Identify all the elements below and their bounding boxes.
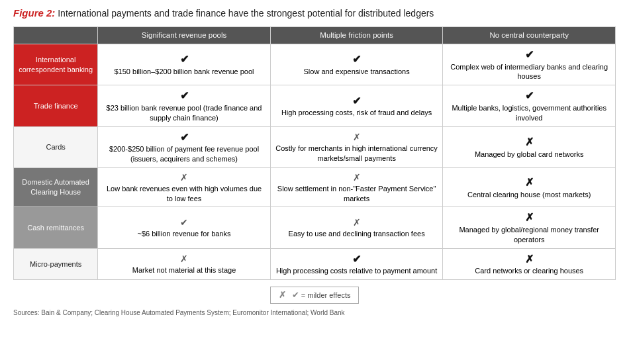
header-empty xyxy=(14,26,98,44)
check-icon: ✔ xyxy=(180,132,189,143)
check-icon: ✔ xyxy=(525,49,534,60)
check-icon: ✗ xyxy=(180,253,188,264)
data-cell-col3: ✔Complex web of intermediary banks and c… xyxy=(443,44,616,85)
cell-text: Easy to use and declining transaction fe… xyxy=(289,230,425,238)
cell-text: Managed by global/regional money transfe… xyxy=(459,226,599,244)
cell-text: High processing costs relative to paymen… xyxy=(276,267,437,275)
cell-text: $200-$250 billion of payment fee revenue… xyxy=(109,145,259,163)
figure-label: Figure 2: xyxy=(13,7,55,19)
check-icon: ✔ xyxy=(352,54,361,65)
row-label-cell: Micro-payments xyxy=(14,248,98,279)
check-icon: ✗ xyxy=(353,132,361,142)
row-label-cell: Trade finance xyxy=(14,85,98,126)
table-row: Trade finance✔$23 billion bank revenue p… xyxy=(14,85,616,126)
legend-row: ✗ ✔ = milder effects xyxy=(14,280,616,305)
header-revenue: Significant revenue pools xyxy=(98,26,271,44)
cell-text: High processing costs, risk of fraud and… xyxy=(281,109,432,116)
header-friction: Multiple friction points xyxy=(270,26,443,44)
check-icon: ✗ xyxy=(353,172,361,183)
cell-text: $150 billion–$200 billion bank revenue p… xyxy=(115,68,254,75)
data-cell-col3: ✔Multiple banks, logistics, government a… xyxy=(443,85,616,126)
figure-title: Figure 2: International payments and tra… xyxy=(13,7,616,20)
cell-text: ~$6 billion revenue for banks xyxy=(138,230,231,238)
data-cell-col3: ✗Managed by global card networks xyxy=(443,126,616,167)
check-icon: ✗ xyxy=(525,212,534,223)
data-cell-col2: ✗Easy to use and declining transaction f… xyxy=(270,207,443,248)
figure-text: International payments and trade finance… xyxy=(55,8,434,19)
main-table: Significant revenue pools Multiple frict… xyxy=(13,26,616,305)
cell-text: Market not material at this stage xyxy=(132,266,236,274)
data-cell-col3: ✗Card networks or clearing houses xyxy=(443,248,616,279)
check-icon: ✔ xyxy=(180,217,188,228)
cell-text: Low bank revenues even with high volumes… xyxy=(107,185,262,203)
check-icon: ✔ xyxy=(352,95,361,107)
table-row: Cards✔$200-$250 billion of payment fee r… xyxy=(14,126,616,167)
data-cell-col2: ✗Costly for merchants in high internatio… xyxy=(270,126,443,167)
check-icon: ✗ xyxy=(525,136,534,148)
cell-text: Card networks or clearing houses xyxy=(475,267,583,275)
data-cell-col1: ✔$150 billion–$200 billion bank revenue … xyxy=(98,44,271,85)
legend-text: = milder effects xyxy=(301,291,351,299)
row-label-cell: Domestic Automated Clearing House xyxy=(14,167,98,207)
header-counterparty: No central counterparty xyxy=(443,26,616,44)
check-icon: ✔ xyxy=(525,90,534,101)
data-cell-col2: ✔Slow and expensive transactions xyxy=(270,44,443,85)
data-cell-col1: ✗Low bank revenues even with high volume… xyxy=(98,167,271,207)
check-icon: ✗ xyxy=(525,177,534,188)
check-icon: ✔ xyxy=(180,90,189,101)
data-cell-col2: ✔High processing costs relative to payme… xyxy=(270,248,443,279)
data-cell-col3: ✗Managed by global/regional money transf… xyxy=(443,207,616,248)
legend-box: ✗ ✔ = milder effects xyxy=(270,287,360,304)
data-cell-col2: ✔High processing costs, risk of fraud an… xyxy=(270,85,443,126)
row-label-cell: International correspondent banking xyxy=(14,44,98,85)
data-cell-col1: ✔$200-$250 billion of payment fee revenu… xyxy=(98,126,271,167)
cell-text: Costly for merchants in high internation… xyxy=(275,144,438,162)
data-cell-col1: ✗Market not material at this stage xyxy=(98,248,271,279)
cell-text: Managed by global card networks xyxy=(475,150,583,158)
row-label-cell: Cards xyxy=(14,126,98,167)
row-label-cell: Cash remittances xyxy=(14,207,98,248)
cell-text: Slow and expensive transactions xyxy=(303,68,409,75)
check-icon: ✔ xyxy=(352,253,361,265)
sources-text: Sources: Bain & Company; Clearing House … xyxy=(13,309,616,316)
check-icon: ✗ xyxy=(180,172,188,183)
cell-text: Multiple banks, logistics, government au… xyxy=(452,104,606,122)
table-row: Micro-payments✗Market not material at th… xyxy=(14,248,616,279)
data-cell-col3: ✗Central clearing house (most markets) xyxy=(443,167,616,207)
check-icon: ✗ xyxy=(525,253,534,265)
cell-text: Slow settlement in non-"Faster Payment S… xyxy=(277,185,436,203)
table-row: International correspondent banking✔$150… xyxy=(14,44,616,85)
cell-text: Central clearing house (most markets) xyxy=(467,191,591,199)
data-cell-col2: ✗Slow settlement in non-"Faster Payment … xyxy=(270,167,443,207)
cell-text: Complex web of intermediary banks and cl… xyxy=(450,63,608,81)
data-cell-col1: ✔$23 billion bank revenue pool (trade fi… xyxy=(98,85,271,126)
table-header-row: Significant revenue pools Multiple frict… xyxy=(14,26,616,44)
cell-text: $23 billion bank revenue pool (trade fin… xyxy=(107,104,262,122)
table-row: Domestic Automated Clearing House✗Low ba… xyxy=(14,167,616,207)
data-cell-col1: ✔~$6 billion revenue for banks xyxy=(98,207,271,248)
check-icon: ✔ xyxy=(180,54,189,65)
check-icon: ✗ xyxy=(353,217,361,228)
table-row: Cash remittances✔~$6 billion revenue for… xyxy=(14,207,616,248)
